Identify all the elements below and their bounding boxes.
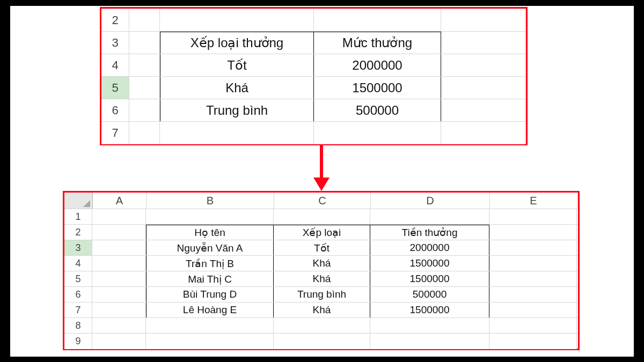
lookup-cell-rating[interactable]: Tốt	[160, 54, 314, 77]
cell[interactable]	[274, 209, 370, 225]
row-header[interactable]: 3	[101, 32, 129, 54]
result-cell-rating[interactable]: Khá	[274, 302, 370, 318]
cell[interactable]	[489, 318, 577, 334]
cell[interactable]	[489, 287, 577, 302]
lookup-header-bonus[interactable]: Mức thưởng	[314, 32, 441, 54]
row-header[interactable]: 4	[64, 256, 92, 271]
cell[interactable]	[92, 302, 146, 318]
cell[interactable]	[92, 271, 146, 287]
row-header[interactable]: 6	[64, 287, 92, 302]
cell[interactable]	[129, 99, 160, 122]
cell[interactable]	[129, 9, 160, 32]
top-spreadsheet-panel: 2 3 Xếp loại thưởng Mức thưởng 4 Tốt 200…	[100, 7, 528, 145]
result-cell-rating[interactable]: Trung bình	[274, 287, 370, 302]
result-cell-bonus[interactable]: 1500000	[370, 271, 489, 287]
lookup-cell-bonus[interactable]: 1500000	[314, 77, 441, 99]
cell[interactable]	[160, 9, 314, 32]
row-header[interactable]: 7	[101, 122, 129, 144]
result-header-name[interactable]: Họ tên	[146, 225, 274, 240]
lookup-cell-bonus[interactable]: 500000	[314, 99, 441, 122]
col-header[interactable]: E	[490, 193, 577, 209]
cell[interactable]	[92, 209, 146, 225]
cell[interactable]	[92, 318, 146, 334]
lookup-cell-bonus[interactable]: 2000000	[314, 54, 441, 77]
cell[interactable]	[92, 256, 146, 271]
cell[interactable]	[92, 225, 146, 240]
row-header[interactable]: 5	[64, 271, 92, 287]
result-cell-bonus[interactable]: 2000000	[370, 240, 489, 256]
cell[interactable]	[441, 99, 525, 122]
cell[interactable]	[129, 122, 160, 144]
cell[interactable]	[489, 209, 577, 225]
result-cell-bonus[interactable]: 1500000	[370, 256, 489, 271]
cell[interactable]	[370, 209, 489, 225]
cell[interactable]	[160, 122, 314, 144]
cell[interactable]	[441, 77, 525, 99]
result-cell-rating[interactable]: Khá	[274, 256, 370, 271]
bottom-sheet[interactable]: A B C D E 1 2 Họ tên Xếp loại Tiền th	[64, 193, 578, 349]
lookup-header-rating[interactable]: Xếp loại thưởng	[160, 32, 314, 54]
cell[interactable]	[92, 287, 146, 302]
cell[interactable]	[441, 32, 525, 54]
cell[interactable]	[489, 302, 577, 318]
row-header[interactable]: 9	[64, 334, 92, 349]
cell[interactable]	[489, 256, 577, 271]
row-header-selected[interactable]: 5	[101, 77, 129, 99]
cell[interactable]	[489, 271, 577, 287]
cell[interactable]	[129, 77, 160, 99]
cell[interactable]	[129, 54, 160, 77]
result-cell-name[interactable]: Mai Thị C	[146, 271, 274, 287]
arrow-down-icon	[313, 145, 330, 191]
col-header[interactable]: B	[147, 193, 274, 209]
cell[interactable]	[370, 334, 489, 349]
cell[interactable]	[92, 334, 146, 349]
cell[interactable]	[129, 32, 160, 54]
cell[interactable]	[274, 334, 370, 349]
row-header[interactable]: 6	[101, 99, 129, 122]
top-sheet[interactable]: 2 3 Xếp loại thưởng Mức thưởng 4 Tốt 200…	[101, 9, 526, 144]
cell[interactable]	[314, 9, 441, 32]
row-header[interactable]: 7	[64, 302, 92, 318]
cell[interactable]	[314, 122, 441, 144]
result-cell-name[interactable]: Trần Thị B	[146, 256, 274, 271]
row-header[interactable]: 2	[101, 9, 129, 32]
cell[interactable]	[489, 225, 577, 240]
cell[interactable]	[370, 318, 489, 334]
row-header[interactable]: 4	[101, 54, 129, 77]
result-cell-name[interactable]: Nguyễn Văn A	[146, 240, 274, 256]
lookup-cell-rating[interactable]: Khá	[160, 77, 314, 99]
result-cell-bonus[interactable]: 1500000	[370, 302, 489, 318]
row-header-selected[interactable]: 3	[64, 240, 92, 256]
col-header[interactable]: D	[371, 193, 490, 209]
result-header-bonus[interactable]: Tiền thưởng	[370, 225, 489, 240]
row-header[interactable]: 2	[64, 225, 92, 240]
result-cell-bonus[interactable]: 500000	[370, 287, 489, 302]
cell[interactable]	[489, 334, 577, 349]
cell[interactable]	[489, 240, 577, 256]
cell[interactable]	[146, 334, 274, 349]
result-cell-rating[interactable]: Tốt	[274, 240, 370, 256]
canvas: 2 3 Xếp loại thưởng Mức thưởng 4 Tốt 200…	[10, 6, 634, 357]
column-headers[interactable]: A B C D E	[64, 193, 578, 209]
cell[interactable]	[146, 318, 274, 334]
row-header[interactable]: 1	[64, 209, 92, 225]
cell[interactable]	[92, 240, 146, 256]
cell[interactable]	[441, 122, 525, 144]
result-cell-name[interactable]: Bùi Trung D	[146, 287, 274, 302]
col-header[interactable]: A	[93, 193, 147, 209]
bottom-spreadsheet-panel: A B C D E 1 2 Họ tên Xếp loại Tiền th	[63, 191, 580, 350]
row-header[interactable]: 8	[64, 318, 92, 334]
col-header[interactable]: C	[274, 193, 371, 209]
lookup-cell-rating[interactable]: Trung bình	[160, 99, 314, 122]
result-header-rating[interactable]: Xếp loại	[274, 225, 370, 240]
cell[interactable]	[441, 9, 525, 32]
result-cell-name[interactable]: Lê Hoàng E	[146, 302, 274, 318]
cell[interactable]	[146, 209, 274, 225]
cell[interactable]	[274, 318, 370, 334]
select-all-triangle[interactable]	[64, 193, 93, 209]
cell[interactable]	[441, 54, 525, 77]
result-cell-rating[interactable]: Khá	[274, 271, 370, 287]
